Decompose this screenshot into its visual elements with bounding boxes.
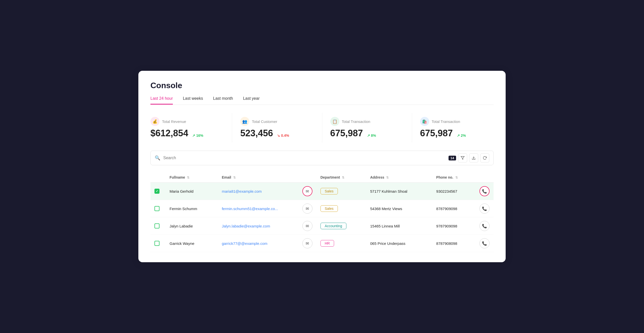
row-email: garrick77@@example.com (218, 235, 298, 252)
row-email-action: ✉ (298, 183, 316, 200)
customer-change: ↘ 0.4% (277, 134, 289, 139)
checkbox-row-3[interactable] (154, 223, 159, 228)
search-icon: 🔍 (155, 155, 160, 161)
col-checkbox (150, 172, 166, 183)
row-fullname: Jalyn Labadie (166, 217, 218, 235)
phone-button[interactable]: 📞 (479, 204, 490, 214)
phone-button[interactable]: 📞 (479, 238, 490, 248)
col-department[interactable]: Department ⇅ (316, 172, 366, 183)
email-link[interactable]: maria81@example.com (222, 189, 262, 193)
row-fullname: Maria Gerhold (166, 183, 218, 200)
col-address[interactable]: Address ⇅ (366, 172, 432, 183)
row-address: 065 Price Underpass (366, 235, 432, 252)
department-badge: Sales (320, 188, 338, 194)
row-department: Accounting (316, 217, 366, 235)
row-phone-action: 📞 (475, 217, 494, 235)
svg-marker-0 (461, 156, 464, 159)
transaction1-change: ↗ 8% (367, 134, 376, 139)
refresh-button[interactable] (480, 153, 489, 162)
transaction2-icon: 🛍️ (420, 117, 429, 126)
row-fullname: Garrick Wayne (166, 235, 218, 252)
row-department: Sales (316, 200, 366, 217)
email-link[interactable]: fermin.schumm51@example.co... (222, 207, 278, 211)
toolbar-icons: 14 (449, 153, 489, 162)
phone-button[interactable]: 📞 (479, 221, 490, 231)
row-phone: 8787908098 (432, 235, 475, 252)
table-row: Jalyn LabadieJalyn.labadie@example.com✉A… (150, 217, 494, 235)
transaction2-change: ↗ 2% (457, 134, 466, 139)
row-checkbox-cell (150, 235, 166, 252)
customer-label: Total Customer (252, 119, 277, 124)
email-button[interactable]: ✉ (302, 186, 312, 196)
row-phone-action: 📞 (475, 200, 494, 217)
customer-value: 523,456 (240, 128, 273, 139)
revenue-change: ↗ 16% (192, 134, 203, 139)
tab-last24h[interactable]: Last 24 hour (150, 96, 173, 105)
row-phone: 9787909098 (432, 217, 475, 235)
col-fullname[interactable]: Fullname ⇅ (166, 172, 218, 183)
department-badge: Sales (320, 205, 338, 212)
row-address: 15465 Linnea Mill (366, 217, 432, 235)
filter-button[interactable] (458, 153, 467, 162)
toolbar-badge: 14 (449, 156, 456, 160)
checkbox-row-2[interactable] (154, 206, 159, 211)
data-table: Fullname ⇅ Email ⇅ Department ⇅ Address … (150, 172, 494, 252)
stat-total-transaction-2: 🛍️ Total Transaction 675,987 ↗ 2% (412, 113, 494, 143)
stats-row: 💰 Total Revenue $612,854 ↗ 16% 👥 Total C… (150, 113, 494, 143)
tab-last-month[interactable]: Last month (213, 96, 233, 105)
tabs-container: Last 24 hour Last weeks Last month Last … (150, 96, 494, 105)
sort-dept-icon: ⇅ (342, 176, 344, 179)
customer-icon: 👥 (240, 117, 249, 126)
sort-fullname-icon: ⇅ (187, 176, 189, 179)
row-email: maria81@example.com (218, 183, 298, 200)
stat-total-transaction-1: 📋 Total Transaction 675,987 ↗ 8% (322, 113, 412, 143)
transaction2-value: 675,987 (420, 128, 453, 139)
row-phone-action: 📞 (475, 235, 494, 252)
search-input[interactable] (163, 156, 446, 160)
row-address: 57177 Kuhlman Shoal (366, 183, 432, 200)
revenue-value: $612,854 (150, 128, 188, 139)
checkbox-row-1[interactable] (154, 189, 159, 194)
main-card: Console Last 24 hour Last weeks Last mon… (138, 71, 506, 262)
checkbox-row-4[interactable] (154, 241, 159, 246)
phone-button[interactable]: 📞 (479, 186, 490, 196)
email-button[interactable]: ✉ (302, 238, 312, 248)
col-email-action (298, 172, 316, 183)
row-email-action: ✉ (298, 217, 316, 235)
row-phone: 9302234567 (432, 183, 475, 200)
row-checkbox-cell (150, 200, 166, 217)
department-badge: Accounting (320, 223, 346, 229)
col-email[interactable]: Email ⇅ (218, 172, 298, 183)
row-email-action: ✉ (298, 235, 316, 252)
email-button[interactable]: ✉ (302, 221, 312, 231)
col-phone-action (475, 172, 494, 183)
department-badge: HR (320, 240, 334, 247)
email-link[interactable]: Jalyn.labadie@example.com (222, 224, 270, 228)
page-title: Console (150, 81, 494, 90)
stat-total-customer: 👥 Total Customer 523,456 ↘ 0.4% (232, 113, 322, 143)
tab-last-weeks[interactable]: Last weeks (183, 96, 203, 105)
row-fullname: Fermin Schumm (166, 200, 218, 217)
download-button[interactable] (469, 153, 478, 162)
col-phone[interactable]: Phone no. ⇅ (432, 172, 475, 183)
row-checkbox-cell (150, 183, 166, 200)
table-header-row: Fullname ⇅ Email ⇅ Department ⇅ Address … (150, 172, 494, 183)
table-row: Fermin Schummfermin.schumm51@example.co.… (150, 200, 494, 217)
row-address: 54368 Mertz Views (366, 200, 432, 217)
search-bar: 🔍 14 (150, 151, 494, 165)
row-phone: 8787909098 (432, 200, 475, 217)
row-department: Sales (316, 183, 366, 200)
sort-email-icon: ⇅ (233, 176, 236, 179)
row-phone-action: 📞 (475, 183, 494, 200)
stat-total-revenue: 💰 Total Revenue $612,854 ↗ 16% (150, 113, 232, 143)
sort-address-icon: ⇅ (386, 176, 389, 179)
email-button[interactable]: ✉ (302, 204, 312, 214)
table-row: Garrick Waynegarrick77@@example.com✉HR06… (150, 235, 494, 252)
email-link[interactable]: garrick77@@example.com (222, 241, 267, 246)
row-email: Jalyn.labadie@example.com (218, 217, 298, 235)
tab-last-year[interactable]: Last year (243, 96, 260, 105)
transaction2-label: Total Transaction (432, 119, 460, 124)
row-checkbox-cell (150, 217, 166, 235)
revenue-icon: 💰 (150, 117, 159, 126)
transaction1-label: Total Transaction (342, 119, 370, 124)
